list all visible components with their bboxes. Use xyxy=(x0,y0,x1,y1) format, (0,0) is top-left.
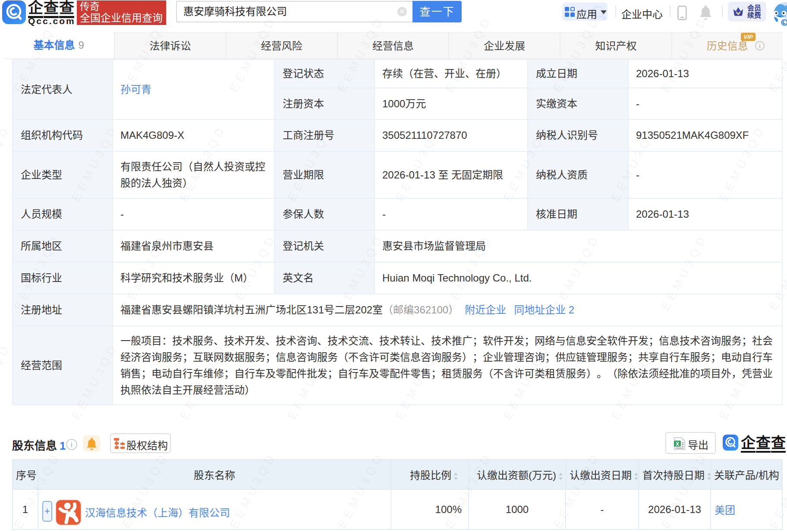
svg-text:VIP: VIP xyxy=(743,34,753,40)
svg-text:X: X xyxy=(676,441,679,447)
